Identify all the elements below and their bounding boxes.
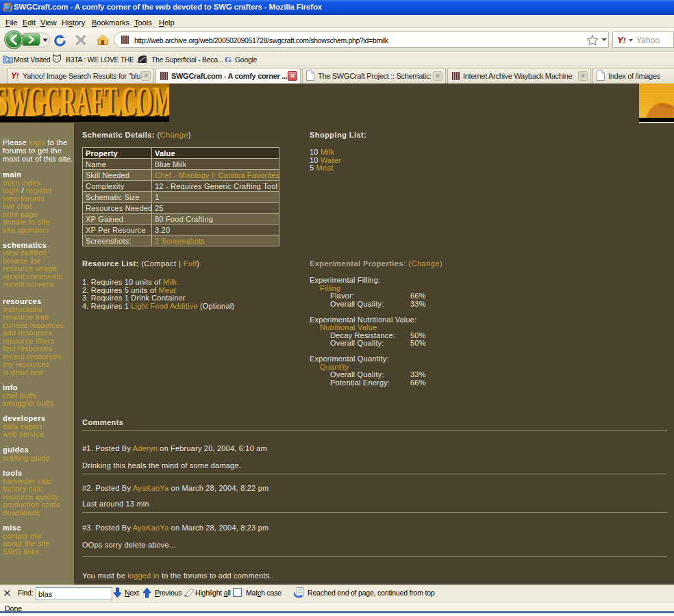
svg-text:SWGCRAFT.COM: SWGCRAFT.COM <box>0 84 169 122</box>
